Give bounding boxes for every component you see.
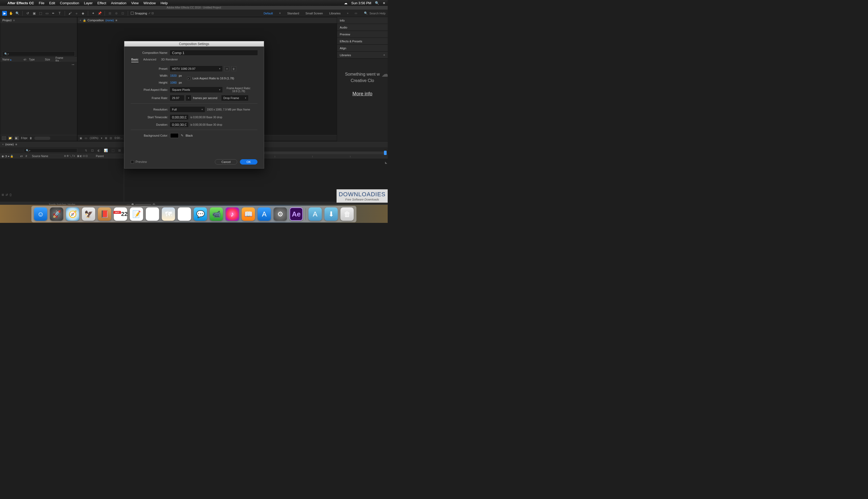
libraries-menu-icon[interactable]: ≡ <box>383 53 385 57</box>
orbit-tool[interactable]: ↺ <box>25 11 30 16</box>
interpret-footage-button[interactable] <box>2 136 6 140</box>
workspace-default-menu-icon[interactable]: ≡ <box>279 12 281 15</box>
col-type[interactable]: Type <box>29 58 45 61</box>
panel-effects-presets[interactable]: Effects & Presets <box>337 38 388 45</box>
eyedropper-icon[interactable]: ✎ <box>181 134 183 137</box>
preset-select[interactable]: HDTV 1080 29.97▾ <box>170 66 222 71</box>
ok-button[interactable]: OK <box>240 159 257 165</box>
lock-icon[interactable]: 🔒 <box>83 19 86 22</box>
dock-preferences[interactable]: ⚙ <box>274 207 287 221</box>
resize-handle-icon[interactable]: ◣ <box>385 161 387 164</box>
tab-3d-renderer[interactable]: 3D Renderer <box>161 58 178 62</box>
dock-appstore[interactable]: A <box>258 207 271 221</box>
comp-panel-menu-icon[interactable]: ≡ <box>115 19 117 22</box>
comp-time[interactable]: 0:00:... <box>114 137 123 139</box>
dock-finder[interactable]: ☺ <box>34 207 47 221</box>
dock-photos[interactable]: ✿ <box>178 207 191 221</box>
pen-tool[interactable]: ✒ <box>51 11 56 16</box>
snap-options-icon[interactable]: ⤢ <box>148 12 150 15</box>
expand-icon[interactable]: ⊞ <box>2 193 4 196</box>
tab-basic[interactable]: Basic <box>131 58 138 62</box>
puppet-tool[interactable]: 📌 <box>97 11 102 16</box>
rect-tool[interactable]: ▭ <box>45 11 49 16</box>
bgcolor-swatch[interactable] <box>170 133 179 138</box>
brace-icon[interactable]: {} <box>10 193 11 196</box>
dock-downloads-folder[interactable]: ⬇ <box>325 207 338 221</box>
project-items-list[interactable]: ⊶ <box>0 61 77 135</box>
workspace-small-screen[interactable]: Small Screen <box>305 12 323 15</box>
resolution-select[interactable]: Full▾ <box>170 107 205 112</box>
menu-composition[interactable]: Composition <box>60 1 79 5</box>
duration-input[interactable] <box>170 122 188 127</box>
new-comp-button[interactable]: ▣ <box>15 136 19 140</box>
dock-launchpad[interactable]: 🚀 <box>50 207 63 221</box>
preview-checkbox[interactable] <box>131 160 134 163</box>
timeline-search-input[interactable]: 🔍▾ <box>24 148 77 153</box>
toggle-icon[interactable]: ⇄ <box>5 193 8 196</box>
timeline-layer-area[interactable] <box>0 158 124 202</box>
notification-center-icon[interactable]: ≡ <box>383 1 385 5</box>
res-icon[interactable]: ⊞ <box>105 137 107 139</box>
par-select[interactable]: Square Pixels▾ <box>170 87 222 93</box>
dock-notes[interactable]: 📝 <box>130 207 143 221</box>
tab-advanced[interactable]: Advanced <box>143 58 156 62</box>
menu-effect[interactable]: Effect <box>97 1 106 5</box>
draft3d-icon[interactable]: ⬚ <box>112 149 114 152</box>
timeline-menu-icon[interactable]: ≡ <box>15 143 17 146</box>
zoom-level[interactable]: (100%) <box>90 137 98 139</box>
col-tag-icon[interactable]: 🏷 <box>24 58 29 61</box>
timeline-navigator-handle[interactable] <box>384 151 387 155</box>
type-tool[interactable]: T <box>57 11 62 16</box>
snap-to-icon[interactable]: ⊡ <box>151 12 154 15</box>
timeline-close-icon[interactable]: × <box>2 143 4 146</box>
panel-libraries[interactable]: Libraries ≡ <box>337 52 388 59</box>
workspace-libraries[interactable]: Libraries <box>329 12 341 15</box>
menu-animation[interactable]: Animation <box>111 1 126 5</box>
dock-applications-folder[interactable]: A <box>309 207 322 221</box>
project-bpc[interactable]: 8 bpc <box>21 137 27 139</box>
height-input[interactable]: 1080 <box>170 81 176 84</box>
brainstorm-icon[interactable]: ⊞ <box>118 149 121 152</box>
pan-behind-tool[interactable]: ⬚ <box>38 11 43 16</box>
local-axis-icon[interactable]: ⊞ <box>108 11 112 16</box>
comp-panel-header[interactable]: × 🔒 Composition (none) ≡ <box>77 17 337 23</box>
menu-edit[interactable]: Edit <box>49 1 55 5</box>
lock-aspect-checkbox[interactable]: ✓ <box>187 77 191 80</box>
panel-info[interactable]: Info <box>337 17 388 24</box>
workspace-panel-icon[interactable]: ▭ <box>355 12 357 15</box>
libraries-more-info-link[interactable]: More info <box>339 91 386 97</box>
flowchart-icon[interactable]: ⊶ <box>72 63 74 66</box>
dock-mail[interactable]: 🦅 <box>82 207 95 221</box>
alpha-icon[interactable]: ▣ <box>80 137 82 139</box>
dock-trash[interactable]: 🗑 <box>341 207 354 221</box>
dock-itunes[interactable]: ♪ <box>226 207 239 221</box>
comp-name-input[interactable] <box>170 50 257 55</box>
graph-icon[interactable]: 📊 <box>104 149 108 152</box>
snapping-toggle[interactable]: Snapping ⤢ ⊡ <box>131 12 154 15</box>
dock-maps[interactable]: 🗺 <box>162 207 175 221</box>
framerate-input[interactable]: 29.97 <box>170 95 184 101</box>
view-axis-icon[interactable]: ⊡ <box>120 11 125 16</box>
panel-audio[interactable]: Audio <box>337 24 388 31</box>
zoom-dropdown-icon[interactable]: ▾ <box>101 137 102 139</box>
grid-icon[interactable]: ⊡ <box>110 137 112 139</box>
col-index[interactable]: # <box>26 155 29 158</box>
motionblur-icon[interactable]: ◐ <box>97 149 100 152</box>
panel-preview[interactable]: Preview <box>337 31 388 38</box>
preview-toggle[interactable]: Preview <box>131 160 147 164</box>
workspace-overflow-icon[interactable]: » <box>347 12 349 15</box>
zoom-tool[interactable]: 🔍 <box>15 11 20 16</box>
delete-button[interactable]: 🗑 <box>29 137 32 139</box>
dock-contacts[interactable]: 📕 <box>98 207 111 221</box>
menu-layer[interactable]: Layer <box>84 1 93 5</box>
brush-tool[interactable]: 🖌 <box>68 11 72 16</box>
world-axis-icon[interactable]: ⊕ <box>114 11 119 16</box>
project-panel-menu-icon[interactable]: ≡ <box>13 19 15 22</box>
dock-ibooks[interactable]: 📖 <box>242 207 255 221</box>
cc-sync-icon[interactable]: ☁ <box>344 1 347 5</box>
project-search-input[interactable]: 🔍▾ <box>2 51 75 56</box>
save-preset-button[interactable]: ▾ <box>224 66 229 71</box>
delete-preset-button[interactable]: 🗑 <box>231 66 236 71</box>
selection-tool[interactable]: ▶ <box>2 11 7 16</box>
dock-messages[interactable]: 💬 <box>194 207 207 221</box>
